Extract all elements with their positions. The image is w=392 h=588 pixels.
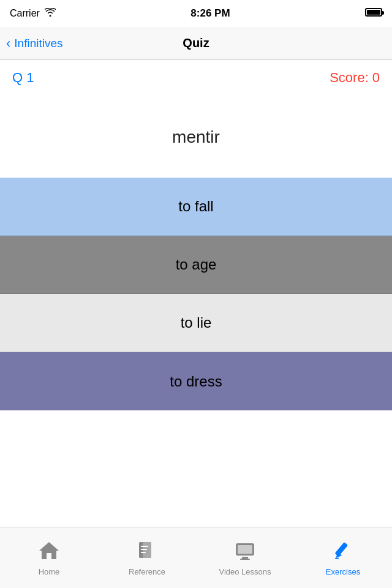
- pencil-icon: [332, 540, 354, 565]
- svg-marker-0: [39, 542, 59, 559]
- nav-bar: ‹ Infinitives Quiz: [0, 27, 392, 60]
- tab-reference-label: Reference: [129, 567, 165, 576]
- back-label: Infinitives: [14, 37, 62, 50]
- svg-rect-4: [141, 549, 147, 550]
- svg-rect-3: [141, 546, 148, 547]
- tab-exercises-label: Exercises: [326, 567, 360, 576]
- choice-1-label: to fall: [178, 198, 213, 215]
- tab-home[interactable]: Home: [0, 527, 98, 588]
- tab-exercises[interactable]: Exercises: [294, 527, 392, 588]
- tab-video-lessons[interactable]: Video Lessons: [196, 527, 294, 588]
- choice-1[interactable]: to fall: [0, 178, 392, 236]
- page-title: Quiz: [183, 36, 209, 50]
- battery-indicator: [365, 8, 382, 19]
- tab-video-lessons-label: Video Lessons: [219, 567, 271, 576]
- score-display: Score: 0: [330, 70, 380, 86]
- svg-rect-7: [238, 545, 252, 554]
- choice-3[interactable]: to lie: [0, 294, 392, 352]
- tab-bar: Home Reference Video Lessons: [0, 527, 392, 588]
- choice-2-label: to age: [176, 256, 217, 273]
- svg-rect-5: [141, 552, 146, 553]
- score-value: 0: [372, 70, 380, 86]
- score-text: Score:: [330, 70, 369, 86]
- chevron-left-icon: ‹: [6, 37, 10, 50]
- tab-home-label: Home: [39, 567, 60, 576]
- reference-icon: [136, 540, 158, 565]
- quiz-word: mentir: [172, 127, 220, 147]
- choice-4[interactable]: to dress: [0, 352, 392, 410]
- svg-rect-9: [240, 559, 250, 560]
- quiz-content-area: mentir to fall to age to lie to dress: [0, 91, 392, 527]
- status-bar: Carrier 8:26 PM: [0, 0, 392, 27]
- carrier-label: Carrier: [10, 8, 40, 19]
- question-label: Q 1: [12, 70, 34, 86]
- choices-container: to fall to age to lie to dress: [0, 178, 392, 410]
- tv-icon: [234, 540, 256, 565]
- svg-rect-10: [335, 542, 349, 557]
- home-icon: [38, 540, 60, 565]
- back-button[interactable]: ‹ Infinitives: [6, 37, 63, 50]
- choice-2[interactable]: to age: [0, 236, 392, 294]
- svg-rect-12: [335, 557, 339, 559]
- tab-reference[interactable]: Reference: [98, 527, 196, 588]
- choice-3-label: to lie: [181, 314, 212, 331]
- status-left: Carrier: [10, 8, 56, 19]
- wifi-icon: [45, 8, 56, 19]
- score-row: Q 1 Score: 0: [0, 60, 392, 91]
- status-time: 8:26 PM: [190, 7, 230, 20]
- choice-4-label: to dress: [170, 373, 222, 390]
- svg-rect-8: [242, 557, 248, 559]
